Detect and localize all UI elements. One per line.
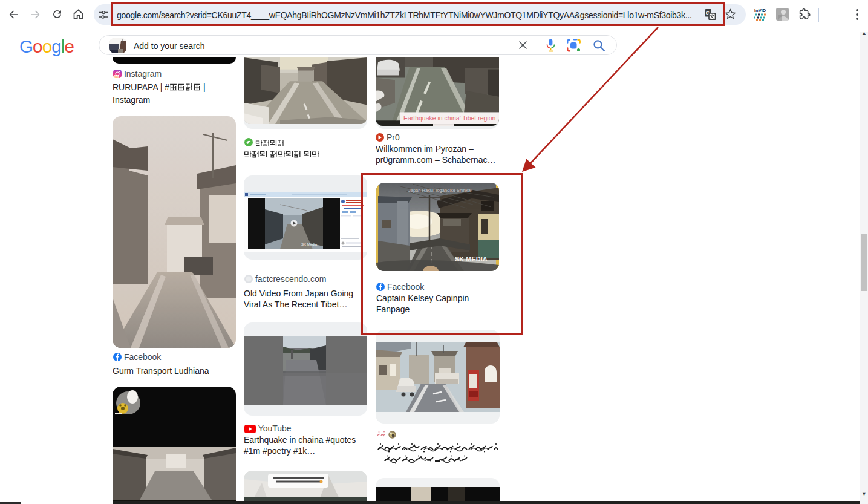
svg-text:SK Media: SK Media xyxy=(301,243,318,246)
svg-text:InVID: InVID xyxy=(754,8,766,13)
svg-text:Earthquake in china' Tibet reg: Earthquake in china' Tibet region xyxy=(403,115,496,122)
